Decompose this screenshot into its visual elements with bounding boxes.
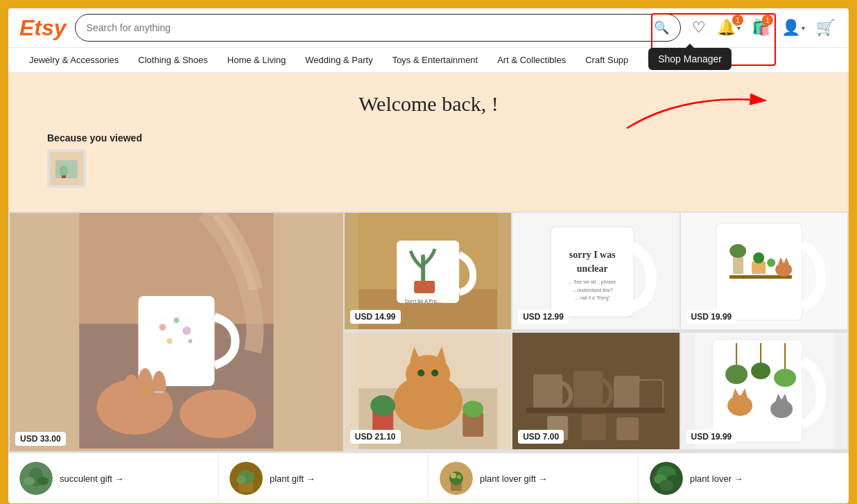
cart-badge: 1 xyxy=(762,15,773,26)
svg-point-10 xyxy=(159,324,166,331)
product-card-cat-plants[interactable]: USD 21.10 xyxy=(345,333,511,449)
plant-gift-thumb-image xyxy=(230,462,263,495)
svg-point-12 xyxy=(182,327,191,335)
suggestion-plant-gift[interactable]: plant gift → xyxy=(218,453,428,503)
svg-point-3 xyxy=(60,166,68,177)
heart-icon: ♡ xyxy=(692,19,706,37)
suggestion-label-plant-lover-gift: plant lover gift → xyxy=(480,473,548,484)
svg-point-76 xyxy=(770,400,793,418)
suggestion-label-succulent: succulent gift → xyxy=(60,473,124,484)
svg-rect-57 xyxy=(533,374,562,409)
product-card-floral[interactable]: USD 33.00 xyxy=(10,213,343,451)
svg-point-13 xyxy=(166,338,172,344)
because-thumbnail[interactable] xyxy=(47,149,86,188)
suggestion-thumb-plant-lover-gift xyxy=(440,462,473,495)
suggestion-plant-lover[interactable]: plant lover → xyxy=(639,453,849,503)
product-card-sorry[interactable]: sorry I was unclear ... fine we all... p… xyxy=(512,213,679,329)
product-card-plant-shelf[interactable]: USD 19.99 xyxy=(681,213,847,329)
search-input[interactable] xyxy=(87,22,654,33)
product-price-cat-hanging: USD 19.99 xyxy=(686,430,737,444)
cart-icon: 🛒 xyxy=(816,19,835,37)
product-price-plant-shelf: USD 19.99 xyxy=(686,310,737,324)
welcome-banner: Welcome back, ! Because you viewed xyxy=(8,73,849,211)
product-card-brown-mugs[interactable]: USD 7.00 xyxy=(512,333,679,449)
svg-point-41 xyxy=(775,263,792,277)
nav-clothing[interactable]: Clothing & Shoes xyxy=(128,48,217,72)
account-button[interactable]: 👤 ▾ xyxy=(779,16,808,40)
product-price-floral: USD 33.00 xyxy=(15,432,66,446)
svg-point-96 xyxy=(659,480,673,491)
suggestion-thumb-plant-lover xyxy=(650,462,683,495)
because-viewed-title: Because you viewed xyxy=(47,132,810,144)
svg-rect-58 xyxy=(573,371,603,409)
svg-point-72 xyxy=(774,369,796,387)
product-price-brown-mugs: USD 7.00 xyxy=(518,430,564,444)
product-price-cactus: USD 14.99 xyxy=(350,310,401,324)
chevron-down-icon: ▾ xyxy=(802,24,805,32)
svg-text:sorry I was: sorry I was xyxy=(569,250,616,260)
nav-toys[interactable]: Toys & Entertainment xyxy=(383,48,488,72)
svg-point-14 xyxy=(188,339,192,343)
svg-rect-19 xyxy=(154,391,164,393)
svg-point-89 xyxy=(449,471,463,485)
header: Etsy 🔍 ♡ 🔔 ▾ 1 🛍️ 1 xyxy=(8,8,849,48)
shop-manager-tooltip: Shop Manager xyxy=(648,48,732,70)
plant-lover-gift-thumb-image xyxy=(440,462,473,495)
suggestions-row: succulent gift → plant gift → xyxy=(8,453,849,503)
svg-point-51 xyxy=(431,370,438,376)
floral-mug-image xyxy=(10,213,343,449)
nav-home[interactable]: Home & Living xyxy=(218,48,296,72)
svg-point-81 xyxy=(24,477,35,485)
notifications-button[interactable]: 🔔 ▾ 1 xyxy=(714,16,743,40)
svg-point-17 xyxy=(152,371,166,401)
search-icon[interactable]: 🔍 xyxy=(654,20,669,35)
cart-button[interactable]: 🛒 xyxy=(813,16,838,40)
product-card-cactus[interactable]: Don't Be A Pric... USD 14.99 xyxy=(345,213,511,329)
svg-rect-22 xyxy=(397,241,459,303)
svg-point-50 xyxy=(417,370,424,376)
product-price-cat-plants: USD 21.10 xyxy=(350,430,401,444)
svg-point-90 xyxy=(451,473,456,478)
svg-text:... fine we all... phrase: ... fine we all... phrase xyxy=(569,279,616,285)
welcome-text: Welcome back, ! xyxy=(358,92,499,115)
svg-text:... call it a "thing": ... call it a "thing" xyxy=(575,295,611,301)
because-viewed-section: Because you viewed xyxy=(36,124,821,192)
product-grid: USD 33.00 Don't Be A Pric... USD 14.99 xyxy=(8,211,849,453)
thumbnail-image xyxy=(50,152,83,185)
header-icons: ♡ 🔔 ▾ 1 🛍️ 1 Shop Manager 👤 ▾ xyxy=(689,16,838,40)
svg-point-86 xyxy=(236,476,246,484)
svg-point-39 xyxy=(753,252,764,263)
product-price-sorry: USD 12.99 xyxy=(518,310,569,324)
nav-craft[interactable]: Craft Supp xyxy=(575,48,638,72)
svg-point-71 xyxy=(751,363,770,379)
account-icon: 👤 xyxy=(781,19,800,37)
svg-rect-18 xyxy=(140,390,150,392)
svg-point-53 xyxy=(370,395,395,416)
svg-point-16 xyxy=(137,368,153,401)
svg-rect-64 xyxy=(616,417,639,440)
svg-point-70 xyxy=(725,365,747,384)
nav-jewelry[interactable]: Jewelry & Accessories xyxy=(19,48,128,72)
svg-point-11 xyxy=(173,318,179,323)
suggestion-succulent[interactable]: succulent gift → xyxy=(8,453,218,503)
search-bar[interactable]: 🔍 xyxy=(75,14,681,42)
svg-point-15 xyxy=(123,374,139,405)
notifications-badge: 1 xyxy=(732,15,743,26)
wishlist-button[interactable]: ♡ xyxy=(689,16,709,40)
svg-point-73 xyxy=(727,395,752,416)
shop-manager-button[interactable]: 🛍️ 1 xyxy=(749,16,773,40)
nav-wedding[interactable]: Wedding & Party xyxy=(295,48,382,72)
suggestion-label-plant-gift: plant gift → xyxy=(270,473,315,484)
svg-point-91 xyxy=(457,475,461,479)
svg-rect-66 xyxy=(712,340,802,442)
etsy-logo[interactable]: Etsy xyxy=(19,15,67,41)
nav-art[interactable]: Art & Collectibles xyxy=(487,48,575,72)
suggestion-label-plant-lover: plant lover → xyxy=(690,473,743,484)
product-card-cat-hanging[interactable]: USD 19.99 xyxy=(681,333,847,449)
succulent-thumb-image xyxy=(19,462,53,495)
svg-rect-4 xyxy=(62,175,66,178)
svg-rect-24 xyxy=(414,281,435,293)
suggestion-plant-lover-gift[interactable]: plant lover gift → xyxy=(428,453,639,503)
svg-text:Don't Be A Pric...: Don't Be A Pric... xyxy=(405,299,441,304)
svg-point-55 xyxy=(462,401,483,417)
